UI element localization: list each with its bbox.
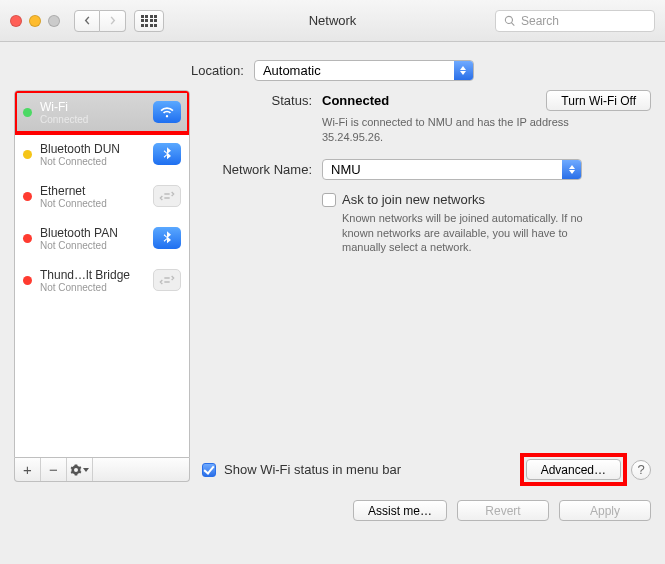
action-menu-button[interactable] bbox=[67, 458, 93, 481]
show-wifi-menubar-label: Show Wi-Fi status in menu bar bbox=[224, 462, 401, 477]
network-name-value: NMU bbox=[331, 162, 361, 177]
location-value: Automatic bbox=[263, 63, 321, 78]
sidebar-item-bluetooth-dun[interactable]: Bluetooth DUN Not Connected bbox=[15, 133, 189, 175]
gear-icon bbox=[70, 464, 82, 476]
sidebar-item-sub: Not Connected bbox=[40, 156, 145, 167]
sidebar-item-label: Thund…lt Bridge bbox=[40, 268, 145, 282]
bluetooth-icon bbox=[153, 143, 181, 165]
thunderbolt-icon bbox=[153, 269, 181, 291]
show-wifi-menubar-checkbox[interactable] bbox=[202, 463, 216, 477]
ask-to-join-description: Known networks will be joined automatica… bbox=[342, 211, 602, 256]
sidebar-item-sub: Not Connected bbox=[40, 198, 145, 209]
location-select[interactable]: Automatic bbox=[254, 60, 474, 81]
sidebar-item-ethernet[interactable]: Ethernet Not Connected bbox=[15, 175, 189, 217]
status-dot-icon bbox=[23, 192, 32, 201]
ask-to-join-label: Ask to join new networks bbox=[342, 192, 602, 207]
sidebar-item-sub: Not Connected bbox=[40, 282, 145, 293]
status-label: Status: bbox=[202, 90, 322, 108]
chevron-down-icon bbox=[83, 468, 89, 472]
help-button[interactable]: ? bbox=[631, 460, 651, 480]
sidebar-item-wifi[interactable]: Wi-Fi Connected bbox=[15, 91, 189, 133]
apply-button: Apply bbox=[559, 500, 651, 521]
status-description: Wi-Fi is connected to NMU and has the IP… bbox=[322, 115, 602, 145]
sidebar-item-label: Bluetooth DUN bbox=[40, 142, 145, 156]
status-value: Connected bbox=[322, 93, 389, 108]
status-dot-icon bbox=[23, 234, 32, 243]
status-dot-icon bbox=[23, 150, 32, 159]
advanced-highlight: Advanced… bbox=[524, 457, 623, 482]
chevron-updown-icon bbox=[454, 61, 473, 80]
advanced-button[interactable]: Advanced… bbox=[526, 459, 621, 480]
ethernet-icon bbox=[153, 185, 181, 207]
network-name-label: Network Name: bbox=[202, 159, 322, 177]
revert-button: Revert bbox=[457, 500, 549, 521]
bluetooth-icon bbox=[153, 227, 181, 249]
status-dot-icon bbox=[23, 276, 32, 285]
titlebar: Network Search bbox=[0, 0, 665, 42]
interface-list: Wi-Fi Connected Bluetooth DUN Not Connec… bbox=[14, 90, 190, 458]
assist-me-button[interactable]: Assist me… bbox=[353, 500, 447, 521]
sidebar-item-sub: Connected bbox=[40, 114, 145, 125]
sidebar-item-sub: Not Connected bbox=[40, 240, 145, 251]
sidebar-item-label: Bluetooth PAN bbox=[40, 226, 145, 240]
add-interface-button[interactable]: + bbox=[15, 458, 41, 481]
window-title: Network bbox=[0, 13, 665, 28]
status-dot-icon bbox=[23, 108, 32, 117]
sidebar-item-label: Wi-Fi bbox=[40, 100, 145, 114]
sidebar-item-label: Ethernet bbox=[40, 184, 145, 198]
network-name-select[interactable]: NMU bbox=[322, 159, 582, 180]
turn-wifi-off-button[interactable]: Turn Wi-Fi Off bbox=[546, 90, 651, 111]
wifi-icon bbox=[153, 101, 181, 123]
location-label: Location: bbox=[191, 63, 244, 78]
sidebar-item-bluetooth-pan[interactable]: Bluetooth PAN Not Connected bbox=[15, 217, 189, 259]
location-row: Location: Automatic bbox=[14, 50, 651, 90]
remove-interface-button[interactable]: − bbox=[41, 458, 67, 481]
bottom-button-row: Assist me… Revert Apply bbox=[14, 482, 651, 521]
detail-pane: Status: Connected Turn Wi-Fi Off Wi-Fi i… bbox=[202, 90, 651, 482]
sidebar: Wi-Fi Connected Bluetooth DUN Not Connec… bbox=[14, 90, 190, 482]
sidebar-footer: + − bbox=[14, 458, 190, 482]
ask-to-join-checkbox[interactable] bbox=[322, 193, 336, 207]
chevron-updown-icon bbox=[562, 160, 581, 179]
sidebar-item-thunderbolt-bridge[interactable]: Thund…lt Bridge Not Connected bbox=[15, 259, 189, 301]
